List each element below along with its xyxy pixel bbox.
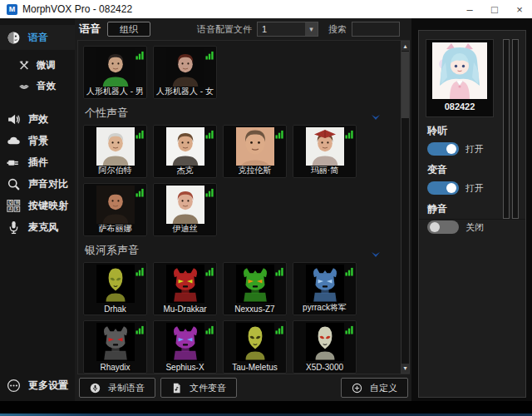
listen-toggle[interactable] — [427, 142, 459, 156]
sidebar-item-plugins[interactable]: 插件 — [0, 151, 75, 173]
search-input[interactable] — [352, 22, 400, 37]
voice-profile-value: 1 — [258, 24, 305, 34]
voice-avatar — [166, 265, 204, 303]
voice-avatar — [236, 323, 274, 361]
voice-tile[interactable]: 杰克 — [153, 125, 217, 178]
sidebar-item-label: 声效 — [28, 112, 48, 126]
voice-avatar — [306, 323, 344, 361]
toggle-knob — [430, 222, 440, 232]
status-panel-box: 082422 聆听打开变音打开静音关闭 — [418, 30, 526, 398]
sidebar-item-voice[interactable]: 语音 — [0, 25, 75, 50]
voice-tile[interactable]: 萨布丽娜 — [83, 183, 147, 236]
toggle-knob — [446, 144, 456, 154]
voice-name: X5D-3000 — [293, 363, 356, 372]
voice-tile[interactable]: 人形机器人 - 女 — [153, 46, 217, 99]
audio-level-icon — [275, 127, 284, 136]
voice-name: 人形机器人 - 女 — [154, 86, 216, 97]
toggle-state: 关闭 — [466, 221, 484, 234]
voice-profile-select[interactable]: 1 ▾ — [257, 22, 318, 37]
chevron-down-icon[interactable]: ▾ — [305, 22, 318, 36]
toggle-block-listen: 聆听打开 — [427, 124, 517, 156]
toggle-row: 打开 — [427, 181, 517, 195]
sidebar-item-keymap[interactable]: QWAS按键映射 — [0, 195, 75, 216]
voice-toolbar: 语音 组织 语音配置文件 1 ▾ 搜索 — [75, 18, 411, 40]
voice-name: Tau-Meletus — [224, 363, 286, 372]
voice-group-header: 个性声音 — [85, 106, 402, 120]
mute-toggle[interactable] — [427, 220, 459, 234]
voice-avatar — [96, 127, 135, 166]
svg-text:A: A — [8, 207, 12, 211]
customize-button[interactable]: 自定义 — [341, 378, 408, 398]
voice-tile[interactable]: 阿尔伯特 — [83, 125, 147, 178]
morph-toggle[interactable] — [427, 181, 459, 195]
bottom-toolbar: 录制语音 文件变音 自定义 — [75, 374, 411, 401]
sidebar-item-label: 音效 — [37, 80, 56, 92]
file-morph-button[interactable]: 文件变音 — [160, 378, 237, 398]
organize-button[interactable]: 组织 — [107, 22, 150, 37]
voice-avatar — [96, 323, 135, 361]
voice-name: Mu-Drakkar — [154, 305, 216, 314]
voice-profile-label: 语音配置文件 — [197, 23, 252, 36]
record-icon — [90, 383, 101, 394]
toggle-row: 关闭 — [427, 220, 517, 234]
scrollbar-up-button[interactable]: ▴ — [401, 42, 409, 51]
sidebar-item-label: 麦克风 — [28, 220, 58, 235]
record-voice-button[interactable]: 录制语音 — [79, 378, 155, 398]
toggle-row: 打开 — [427, 142, 517, 156]
scrollbar-thumb[interactable] — [401, 52, 409, 118]
voice-tile-row: DrhakMu-DrakkarNexxus-Z7pyrrack将军Rhaydix… — [83, 262, 362, 374]
ellipsis-icon — [7, 379, 21, 393]
profile-name: 082422 — [426, 102, 493, 111]
voice-group-title: 银河系声音 — [85, 243, 139, 258]
voice-tile-row: 阿尔伯特杰克克拉伦斯玛丽·简萨布丽娜伊迪丝 — [83, 125, 362, 236]
voice-tile[interactable]: Sephius-X — [153, 320, 217, 374]
voice-tile[interactable]: Rhaydix — [83, 320, 147, 374]
voice-tile[interactable]: Tau-Meletus — [223, 320, 287, 374]
chevron-down-icon[interactable] — [371, 247, 381, 255]
sidebar-item-microphone[interactable]: 麦克风 — [0, 216, 75, 238]
voice-avatar — [306, 265, 344, 303]
voice-avatar — [166, 127, 204, 166]
maximize-button[interactable]: □ — [482, 0, 507, 18]
sidebar-item-compare[interactable]: 声音对比 — [0, 173, 75, 195]
audio-level-icon — [135, 323, 145, 332]
minimize-button[interactable]: – — [457, 0, 482, 18]
toggle-state: 打开 — [466, 143, 484, 156]
scrollbar-track[interactable]: ▴ ▾ — [401, 41, 410, 374]
voice-avatar — [96, 186, 135, 224]
voice-tile[interactable]: Nexxus-Z7 — [223, 262, 287, 315]
voice-tile[interactable]: pyrrack将军 — [293, 262, 357, 315]
voice-name: 阿尔伯特 — [84, 165, 146, 176]
plug-icon — [7, 156, 21, 170]
close-button[interactable]: × — [507, 0, 532, 18]
voice-avatar — [236, 265, 274, 303]
voice-tile[interactable]: Drhak — [83, 262, 147, 315]
voice-tile[interactable]: 克拉伦斯 — [223, 125, 287, 178]
audio-level-icon — [135, 127, 145, 136]
voice-avatar — [236, 127, 274, 166]
voice-avatar — [306, 127, 344, 166]
window-controls: – □ × — [457, 0, 532, 18]
toggle-label: 聆听 — [427, 124, 517, 138]
voice-name: pyrrack将军 — [293, 302, 356, 314]
current-profile-card[interactable]: 082422 — [426, 39, 494, 117]
voice-avatar — [166, 186, 204, 224]
voice-tile[interactable]: 玛丽·简 — [293, 125, 357, 178]
sidebar-item-effects[interactable]: 声效 — [0, 108, 75, 130]
voice-tile[interactable]: 人形机器人 - 男 — [83, 46, 147, 99]
scrollbar-down-button[interactable]: ▾ — [401, 364, 409, 373]
voice-avatar — [166, 323, 204, 361]
sidebar-item-background[interactable]: 背景 — [0, 130, 75, 151]
sidebar-item-more-settings[interactable]: 更多设置 — [0, 374, 75, 396]
voice-tile[interactable]: 伊迪丝 — [153, 183, 217, 236]
sidebar-item-soundfx[interactable]: 音效 — [0, 76, 75, 97]
window-title: MorphVOX Pro - 082422 — [22, 3, 132, 15]
speaker-icon — [7, 112, 21, 126]
page-title: 语音 — [79, 22, 101, 37]
chevron-down-icon[interactable] — [371, 110, 381, 117]
voice-tile[interactable]: Mu-Drakkar — [153, 262, 217, 315]
voice-tile[interactable]: X5D-3000 — [293, 320, 357, 374]
toggle-knob — [446, 183, 456, 193]
sidebar-item-finetune[interactable]: 微调 — [0, 55, 75, 76]
sidebar-item-label: 语音 — [28, 31, 48, 45]
